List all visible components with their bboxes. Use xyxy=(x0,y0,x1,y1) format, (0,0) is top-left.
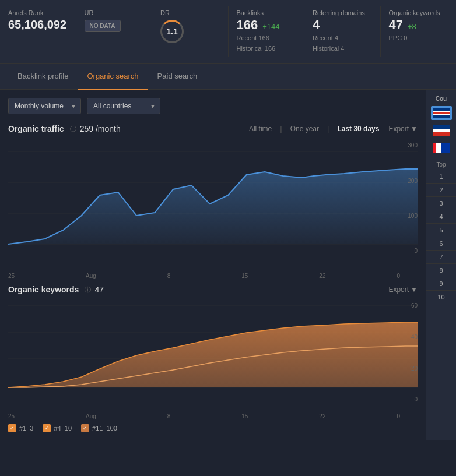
chart-legend: ✓ #1–3 ✓ #4–10 ✓ #11–100 xyxy=(8,424,418,432)
organic-traffic-info-icon: ⓘ xyxy=(70,125,76,133)
export-arrow-icon: ▼ xyxy=(411,125,418,133)
stats-bar: Ahrefs Rank 65,106,092 UR NO DATA DR 1.1… xyxy=(0,0,456,64)
dr-label: DR xyxy=(160,9,220,16)
kw-x-22: 22 xyxy=(319,413,325,419)
kw-x-aug: Aug xyxy=(86,413,96,419)
organic-keywords-stat: Organic keywords 47 +8 PPC 0 xyxy=(381,6,457,57)
y-label-100: 100 xyxy=(400,213,418,219)
top-num-2[interactable]: 2 xyxy=(426,184,456,197)
legend-check-4-10: ✓ xyxy=(43,424,51,432)
keywords-x-axis: 25 Aug 8 15 22 0 xyxy=(8,411,418,419)
svg-rect-12 xyxy=(433,129,450,132)
time-filters: All time | One year | Last 30 days xyxy=(247,124,382,134)
kw-x-8: 8 xyxy=(167,413,171,419)
organic-keywords-chart-title: Organic keywords xyxy=(8,285,79,294)
x-label-8: 8 xyxy=(167,273,171,279)
organic-keywords-header-value: 47 xyxy=(389,19,403,31)
kw-y-label-60: 60 xyxy=(400,302,418,309)
legend-item-1-3: ✓ #1–3 xyxy=(8,424,33,432)
x-label-0-traffic: 0 xyxy=(397,273,400,279)
referring-domains-label: Referring domains xyxy=(313,9,372,16)
backlinks-stat: Backlinks 166 +144 Recent 166 Historical… xyxy=(229,6,305,57)
kw-x-25: 25 xyxy=(8,413,15,419)
top-num-9[interactable]: 9 xyxy=(426,277,456,291)
backlinks-sub: Recent 166 Historical 166 xyxy=(237,33,296,54)
top-num-6[interactable]: 6 xyxy=(426,237,456,251)
top-num-5[interactable]: 5 xyxy=(426,224,456,237)
top-num-4[interactable]: 4 xyxy=(426,210,456,224)
ur-value: NO DATA xyxy=(85,20,121,32)
ur-label: UR xyxy=(85,9,144,16)
countries-select[interactable]: All countries United States United Kingd… xyxy=(87,98,160,114)
top-num-8[interactable]: 8 xyxy=(426,264,456,277)
ur-stat: UR NO DATA xyxy=(76,6,153,57)
flag-svg-3 xyxy=(433,143,450,153)
organic-keywords-chart-value: 47 xyxy=(94,285,104,294)
keywords-y-axis: 60 40 20 0 xyxy=(400,300,418,405)
legend-label-11-100: #11–100 xyxy=(92,425,117,432)
top-num-3[interactable]: 3 xyxy=(426,197,456,210)
legend-label-1-3: #1–3 xyxy=(19,425,33,432)
volume-select[interactable]: Monthly volume Annual volume xyxy=(8,98,81,114)
ahrefs-rank-stat: Ahrefs Rank 65,106,092 xyxy=(0,6,76,57)
flag-item-3[interactable] xyxy=(431,141,452,155)
dr-value: 1.1 xyxy=(160,20,184,43)
flag-item-1[interactable] xyxy=(431,106,452,120)
right-panel: Cou Top 1 2 3 4 xyxy=(426,90,456,440)
kw-x-15: 15 xyxy=(241,413,248,419)
traffic-chart-svg xyxy=(8,140,418,256)
filters-row: Monthly volume Annual volume ▼ All count… xyxy=(8,98,418,114)
main-content: Monthly volume Annual volume ▼ All count… xyxy=(0,90,456,440)
svg-rect-15 xyxy=(441,143,450,153)
volume-filter[interactable]: Monthly volume Annual volume ▼ xyxy=(8,98,81,114)
organic-keywords-delta: +8 xyxy=(408,22,416,31)
tab-paid-search[interactable]: Paid search xyxy=(148,64,207,90)
traffic-y-axis: 300 200 100 0 xyxy=(400,140,418,256)
legend-check-1-3: ✓ xyxy=(8,424,16,432)
kw-y-label-20: 20 xyxy=(400,365,418,372)
svg-rect-11 xyxy=(433,125,450,129)
traffic-export-btn[interactable]: Export ▼ xyxy=(388,125,418,133)
referring-domains-stat: Referring domains 4 Recent 4 Historical … xyxy=(304,6,381,57)
x-label-aug: Aug xyxy=(86,273,96,279)
top-num-1[interactable]: 1 xyxy=(426,170,456,184)
kw-y-label-0: 0 xyxy=(400,396,418,403)
flag-item-2[interactable] xyxy=(431,124,452,137)
right-panel-title: Cou xyxy=(434,93,448,104)
left-panel: Monthly volume Annual volume ▼ All count… xyxy=(0,90,426,440)
keywords-export-btn[interactable]: Export ▼ xyxy=(388,285,418,294)
kw-x-0: 0 xyxy=(397,413,400,419)
tab-organic-search[interactable]: Organic search xyxy=(78,64,148,90)
top-label: Top xyxy=(436,161,446,168)
top-num-7[interactable]: 7 xyxy=(426,251,456,264)
y-label-300: 300 xyxy=(400,142,418,149)
backlinks-value: 166 xyxy=(237,19,258,31)
last-30-days-btn[interactable]: Last 30 days xyxy=(335,124,381,134)
flag-svg-1 xyxy=(433,108,450,118)
referring-domains-value: 4 xyxy=(313,19,372,31)
svg-rect-16 xyxy=(433,143,436,153)
keywords-chart-svg xyxy=(8,300,418,405)
countries-filter[interactable]: All countries United States United Kingd… xyxy=(87,98,160,114)
top-num-10[interactable]: 10 xyxy=(426,291,456,304)
backlinks-label: Backlinks xyxy=(237,9,296,16)
ahrefs-rank-value: 65,106,092 xyxy=(8,19,68,30)
organic-keywords-header-label: Organic keywords xyxy=(389,9,448,16)
x-label-22: 22 xyxy=(319,273,325,279)
legend-label-4-10: #4–10 xyxy=(54,425,72,432)
keywords-export-arrow-icon: ▼ xyxy=(411,285,418,294)
organic-traffic-value: 259 /month xyxy=(80,124,121,133)
tab-bar: Backlink profile Organic search Paid sea… xyxy=(0,64,456,90)
organic-traffic-section: Organic traffic ⓘ 259 /month All time | … xyxy=(8,124,418,279)
one-year-btn[interactable]: One year xyxy=(288,124,321,134)
flag-svg-2 xyxy=(433,125,450,136)
dr-stat: DR 1.1 xyxy=(152,6,229,57)
referring-domains-sub: Recent 4 Historical 4 xyxy=(313,33,372,54)
ahrefs-rank-label: Ahrefs Rank xyxy=(8,9,68,16)
all-time-btn[interactable]: All time xyxy=(247,124,274,134)
legend-check-11-100: ✓ xyxy=(81,424,89,432)
tab-backlink-profile[interactable]: Backlink profile xyxy=(8,64,78,90)
organic-keywords-section: Organic keywords ⓘ 47 Export ▼ xyxy=(8,285,418,432)
legend-item-11-100: ✓ #11–100 xyxy=(81,424,117,432)
organic-keywords-info-icon: ⓘ xyxy=(85,285,91,294)
